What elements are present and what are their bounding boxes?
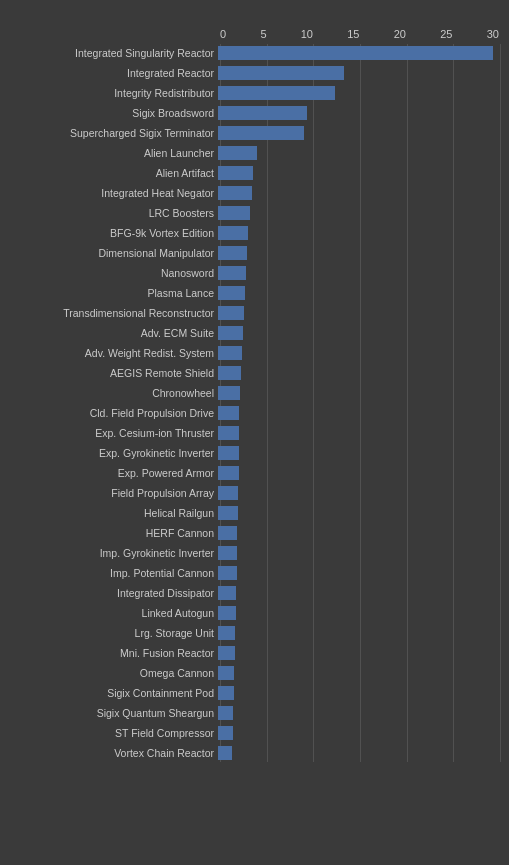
bar [218, 346, 242, 360]
bar-area [218, 484, 498, 502]
bar [218, 166, 253, 180]
bar-area [218, 244, 498, 262]
bar-label: Lrg. Storage Unit [10, 627, 218, 639]
bar-area [218, 364, 498, 382]
bar-label: Alien Launcher [10, 147, 218, 159]
bar [218, 666, 234, 680]
bar [218, 726, 233, 740]
bar-row: Alien Artifact [10, 164, 499, 182]
bar-label: Imp. Potential Cannon [10, 567, 218, 579]
bar-area [218, 684, 498, 702]
bar-area [218, 424, 498, 442]
bar-area [218, 504, 498, 522]
axis-label: 5 [260, 28, 266, 40]
bar [218, 226, 248, 240]
bar-area [218, 124, 498, 142]
bar [218, 306, 244, 320]
bar-area [218, 44, 498, 62]
bar-row: Exp. Cesium-ion Thruster [10, 424, 499, 442]
bar [218, 66, 344, 80]
bar-label: Vortex Chain Reactor [10, 747, 218, 759]
bar [218, 46, 493, 60]
bar-row: Plasma Lance [10, 284, 499, 302]
bar-row: ST Field Compressor [10, 724, 499, 742]
bar-area [218, 84, 498, 102]
bar-label: AEGIS Remote Shield [10, 367, 218, 379]
bar-row: Field Propulsion Array [10, 484, 499, 502]
axis-labels: 051015202530 [220, 28, 499, 40]
bar-row: Integrated Singularity Reactor [10, 44, 499, 62]
bar-row: Sigix Broadsword [10, 104, 499, 122]
bar [218, 586, 236, 600]
bar-label: Integrated Dissipator [10, 587, 218, 599]
bar-area [218, 224, 498, 242]
bar [218, 206, 250, 220]
bar-row: Exp. Powered Armor [10, 464, 499, 482]
bar-area [218, 384, 498, 402]
bar-row: Lrg. Storage Unit [10, 624, 499, 642]
bar-area [218, 284, 498, 302]
bar-label: Exp. Powered Armor [10, 467, 218, 479]
axis-labels-row: 051015202530 [220, 28, 499, 40]
bar-row: Integrated Dissipator [10, 584, 499, 602]
bar-label: LRC Boosters [10, 207, 218, 219]
bar-area [218, 584, 498, 602]
bar-area [218, 624, 498, 642]
bar [218, 646, 235, 660]
bar-area [218, 744, 498, 762]
axis-label: 10 [301, 28, 313, 40]
bar-label: Exp. Gyrokinetic Inverter [10, 447, 218, 459]
bar-label: Alien Artifact [10, 167, 218, 179]
bar [218, 126, 304, 140]
bar-row: Sigix Quantum Sheargun [10, 704, 499, 722]
bar-label: Chronowheel [10, 387, 218, 399]
bar [218, 186, 252, 200]
bar-row: Nanosword [10, 264, 499, 282]
bar-label: Cld. Field Propulsion Drive [10, 407, 218, 419]
bar-label: Plasma Lance [10, 287, 218, 299]
bar-label: Nanosword [10, 267, 218, 279]
bar [218, 106, 307, 120]
bar [218, 746, 232, 760]
bar [218, 706, 233, 720]
axis-label: 30 [487, 28, 499, 40]
bars-container: Integrated Singularity ReactorIntegrated… [10, 44, 499, 762]
bar-label: Integrated Singularity Reactor [10, 47, 218, 59]
bar [218, 326, 243, 340]
bar-label: Integrity Redistributor [10, 87, 218, 99]
bar [218, 506, 238, 520]
bar-label: Sigix Containment Pod [10, 687, 218, 699]
bar-row: Dimensional Manipulator [10, 244, 499, 262]
bar [218, 686, 234, 700]
bar-row: Linked Autogun [10, 604, 499, 622]
bar-label: Field Propulsion Array [10, 487, 218, 499]
bar-label: Dimensional Manipulator [10, 247, 218, 259]
bar-area [218, 524, 498, 542]
bar-row: Integrated Heat Negator [10, 184, 499, 202]
bar [218, 446, 239, 460]
bar [218, 246, 247, 260]
bar-label: Integrated Heat Negator [10, 187, 218, 199]
bar [218, 526, 237, 540]
axis-label: 20 [394, 28, 406, 40]
bar-label: ST Field Compressor [10, 727, 218, 739]
bar-area [218, 604, 498, 622]
bar-area [218, 184, 498, 202]
bar [218, 466, 239, 480]
bar [218, 366, 241, 380]
bar-row: Imp. Potential Cannon [10, 564, 499, 582]
axis-label: 0 [220, 28, 226, 40]
bar-row: Imp. Gyrokinetic Inverter [10, 544, 499, 562]
bar-row: HERF Cannon [10, 524, 499, 542]
bar-area [218, 644, 498, 662]
bar-area [218, 304, 498, 322]
bar [218, 146, 257, 160]
bar-row: Supercharged Sigix Terminator [10, 124, 499, 142]
bar-label: Transdimensional Reconstructor [10, 307, 218, 319]
bar-area [218, 64, 498, 82]
bar-row: Integrity Redistributor [10, 84, 499, 102]
bar-area [218, 724, 498, 742]
bar-label: Helical Railgun [10, 507, 218, 519]
bar [218, 266, 246, 280]
bar-row: Adv. ECM Suite [10, 324, 499, 342]
